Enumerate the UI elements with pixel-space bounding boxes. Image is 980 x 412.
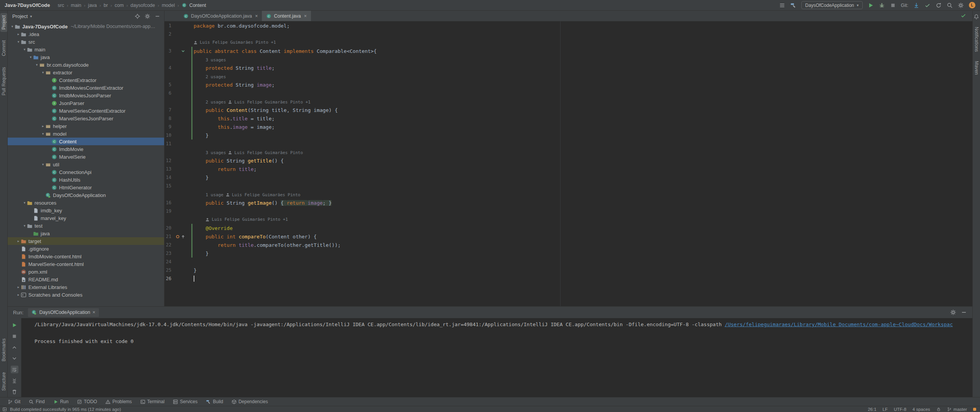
tree-item-main[interactable]: ▾main [8,46,164,53]
breadcrumb-item-model[interactable]: model [162,3,175,8]
author-hint[interactable]: Luis Felipe Guimarães Pinto [232,192,301,197]
code-line[interactable]: @Override [194,225,233,231]
play-icon[interactable] [868,2,874,8]
status-lf[interactable]: LF [883,407,888,412]
chevron-expanded-icon[interactable]: ▾ [22,224,27,228]
inlay-hint[interactable]: Luis Felipe Guimarães Pinto +1 [206,217,288,222]
chevron-expanded-icon[interactable]: ▾ [10,25,15,28]
tree-item-imdbmoviesjsonparser[interactable]: CImdbMoviesJsonParser [8,92,164,99]
usages-hint[interactable]: 3 usages [206,57,226,62]
project-view-dropdown[interactable]: Project ▾ [12,13,32,19]
code-line[interactable]: public String getImage() { return image;… [194,200,332,206]
chevron-expanded-icon[interactable]: ▾ [41,132,45,136]
close-icon[interactable]: × [92,310,95,315]
status-4-spaces[interactable]: 4 spaces [913,407,930,412]
code-line[interactable]: 3 usagesLuis Felipe Guimarães Pinto [194,149,303,155]
tree-item-target[interactable]: ▸target [8,237,164,245]
tree-item-util[interactable]: ▾util [8,161,164,168]
chevron-expanded-icon[interactable]: ▾ [22,48,27,51]
has-implementations-icon[interactable] [181,49,185,53]
tree-item-pom-xml[interactable]: mpom.xml [8,268,164,276]
toolwindow-button-terminal[interactable]: Terminal [140,399,164,404]
tree-item-scratches-and-consoles[interactable]: ▸Scratches and Consoles [8,291,164,299]
toolwindow-button-run[interactable]: Run [53,399,69,404]
code-line[interactable]: Luis Felipe Guimarães Pinto +1 [194,217,288,223]
toolwindow-button-structure[interactable]: Structure [0,370,7,393]
user-avatar[interactable]: L [969,2,975,8]
inlay-hint[interactable]: 2 usages [206,74,226,79]
code-line[interactable]: protected String title; [194,65,275,71]
gear-icon[interactable] [958,2,964,8]
chevron-collapsed-icon[interactable]: ▸ [41,124,45,128]
hammer-icon[interactable] [790,2,796,8]
inlay-hint[interactable]: 1 usageLuis Felipe Guimarães Pinto [206,192,300,197]
status-utf-8[interactable]: UTF-8 [894,407,906,412]
code-line[interactable]: } [194,133,209,138]
notifications-bell-icon[interactable] [973,14,979,20]
breadcrumb-item-daysofcode[interactable]: daysofcode [130,3,155,8]
stop-icon[interactable] [890,2,896,8]
toolwindow-button-maven[interactable]: Maven [973,59,980,77]
tree-item-connectionapi[interactable]: CConnectionApi [8,168,164,176]
inlay-hint[interactable]: 3 usages [206,57,226,62]
tree-item-br-com-daysofcode[interactable]: ▾br.com.daysofcode [8,61,164,69]
chevron-collapsed-icon[interactable]: ▸ [16,32,21,36]
locate-icon[interactable] [135,13,140,19]
toolwindow-button-todo[interactable]: TODO [77,399,97,404]
code-line[interactable]: } [194,175,209,181]
close-icon[interactable]: × [255,13,258,19]
run-console[interactable]: /Library/Java/JavaVirtualMachines/jdk-17… [21,318,972,397]
overrides-method-icon[interactable] [181,235,185,239]
toolwindow-button-services[interactable]: Services [173,399,197,404]
minus-icon[interactable] [155,13,160,19]
rotate-icon[interactable] [936,2,942,8]
code-line[interactable]: } [194,268,197,273]
code-line[interactable]: this.title = title; [194,116,275,121]
toolwindow-button-git[interactable]: Git [8,399,20,404]
code-line[interactable]: 3 usages [194,57,226,62]
toolwindow-button-problems[interactable]: Problems [105,399,132,404]
toolwindow-button-notifications[interactable]: Notifications [973,25,980,54]
tree-item-daysofcodeapplication[interactable]: CDaysOfCodeApplication [8,191,164,199]
minus-icon[interactable] [961,309,967,315]
console-path-link[interactable]: /Users/felipeguimaraes/Library/Mobile Do… [725,322,953,327]
code-line[interactable]: protected String image; [194,82,275,88]
code-line[interactable]: } [194,251,209,256]
tree-item-marvelseriescontentextractor[interactable]: CMarvelSeriesContentExtractor [8,107,164,115]
tree-item-marvel-key[interactable]: marvel_key [8,214,164,222]
tree-item-imdb-key[interactable]: imdb_key [8,207,164,214]
breadcrumb-item-com[interactable]: com [115,3,124,8]
code-line[interactable]: public int compareTo(Content other) { [194,234,317,240]
scroll-to-end-button[interactable] [11,377,18,384]
editor-tab-daysofcodeapplication-java[interactable]: CDaysOfCodeApplication.java× [179,11,262,21]
toolwindow-button-project[interactable]: Project [0,13,7,32]
chevron-expanded-icon[interactable]: ▾ [35,63,39,67]
close-icon[interactable]: × [304,13,307,19]
editor-tab-content-java[interactable]: CContent.java× [262,11,311,21]
code-line[interactable]: 2 usages [194,74,226,79]
status-lock[interactable] [936,407,941,412]
tree-item-marvelserie[interactable]: CMarvelSerie [8,153,164,161]
tree-item-htmlgenerator[interactable]: CHtmlGenerator [8,184,164,191]
chevron-expanded-icon[interactable]: ▾ [41,71,45,74]
usages-hint[interactable]: 2 usages [206,74,226,79]
code-line[interactable]: public abstract class Content implements… [194,48,377,54]
code-line[interactable]: return title.compareTo(other.getTitle())… [194,242,341,248]
inlay-hint[interactable]: 2 usagesLuis Felipe Guimarães Pinto +1 [206,100,311,105]
code-line[interactable]: package br.com.daysofcode.model; [194,23,289,29]
tree-item-java-7daysofcode[interactable]: ▾Java-7DaysOfCode~/Library/Mobile Docume… [8,23,164,30]
tree-item-test[interactable]: ▾test [8,222,164,230]
arrowDown-icon[interactable] [913,2,919,8]
tree-item-content[interactable]: CContent [8,138,164,145]
usages-hint[interactable]: 1 usage [206,192,223,197]
chevron-collapsed-icon[interactable]: ▸ [16,285,21,289]
breadcrumb-item-src[interactable]: src [58,3,64,8]
tree-item-helper[interactable]: ▸helper [8,122,164,130]
chevron-collapsed-icon[interactable]: ▸ [16,239,21,243]
tree-item-imdbmovie[interactable]: CImdbMovie [8,145,164,153]
toolwindow-button-find[interactable]: Find [29,399,44,404]
status-26-1[interactable]: 26:1 [868,407,876,412]
toolwindow-toggle-icon[interactable] [2,407,7,412]
tree-item-external-libraries[interactable]: ▸External Libraries [8,283,164,291]
author-hint[interactable]: Luis Felipe Guimarães Pinto +1 [212,217,288,222]
